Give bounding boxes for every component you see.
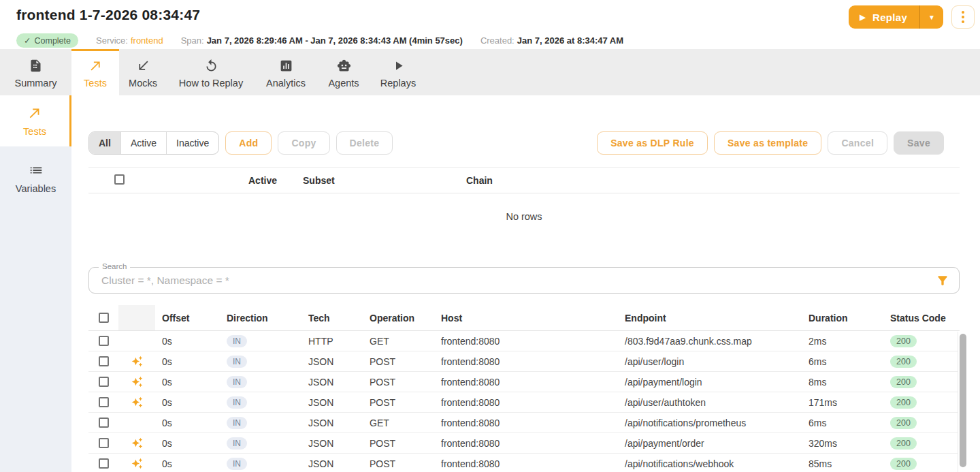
direction-badge: IN xyxy=(227,376,247,388)
add-button[interactable]: Add xyxy=(225,131,272,155)
tab-how-to-replay[interactable]: How to Replay xyxy=(167,49,255,95)
row-cell-direction: IN xyxy=(220,437,301,450)
controls-row: All Active Inactive Add Copy Delete Save… xyxy=(88,131,960,155)
delete-button[interactable]: Delete xyxy=(336,131,393,155)
row-checkbox[interactable] xyxy=(99,336,109,346)
traffic-table-row[interactable]: 0sINJSONPOSTfrontend:8080/api/user/login… xyxy=(88,351,960,372)
row-cell-operation: POST xyxy=(363,397,434,408)
column-header-host: Host xyxy=(434,313,618,324)
more-options-button[interactable] xyxy=(951,5,975,29)
direction-badge: IN xyxy=(227,417,247,429)
row-cell-status-code: 200 xyxy=(883,396,960,409)
save-as-dlp-rule-button[interactable]: Save as DLP Rule xyxy=(597,131,708,155)
row-cell-host: frontend:8080 xyxy=(434,377,618,388)
column-header-active: Active xyxy=(248,175,303,186)
column-header-direction: Direction xyxy=(220,313,301,324)
row-cell-duration: 2ms xyxy=(802,336,883,347)
traffic-table-row[interactable]: 0sINJSONPOSTfrontend:8080/api/payment/or… xyxy=(88,433,960,454)
segment-all[interactable]: All xyxy=(89,132,121,154)
row-checkbox[interactable] xyxy=(99,397,109,407)
row-cell-checkbox xyxy=(88,356,118,366)
row-cell-endpoint: /803.f9d47aa9.chunk.css.map xyxy=(618,336,802,347)
kebab-dot xyxy=(962,16,964,18)
row-cell-duration: 8ms xyxy=(802,377,883,388)
row-cell-operation: GET xyxy=(363,418,434,428)
row-cell-direction: IN xyxy=(220,458,301,470)
row-cell-icon xyxy=(118,413,155,432)
traffic-table-row[interactable]: 0sINJSONPOSTfrontend:8080/api/user/autht… xyxy=(88,392,960,413)
vertical-scrollbar[interactable] xyxy=(958,332,968,472)
column-header-operation: Operation xyxy=(363,313,434,324)
traffic-table-header: Offset Direction Tech Operation Host End… xyxy=(88,305,960,331)
direction-badge: IN xyxy=(227,356,247,368)
row-cell-status-code: 200 xyxy=(883,458,960,470)
row-cell-status-code: 200 xyxy=(883,335,960,347)
segment-active[interactable]: Active xyxy=(121,132,167,154)
status-code-badge: 200 xyxy=(890,376,917,388)
service-meta: Service:frontend xyxy=(96,35,163,46)
cancel-button[interactable]: Cancel xyxy=(828,131,887,155)
row-cell-checkbox xyxy=(88,397,118,407)
right-button-group: Save as DLP Rule Save as template Cancel… xyxy=(597,131,944,155)
row-cell-offset: 0s xyxy=(155,418,220,428)
row-cell-icon xyxy=(118,392,155,412)
row-cell-offset: 0s xyxy=(155,397,220,408)
traffic-table-row[interactable]: 0sINJSONPOSTfrontend:8080/api/notificati… xyxy=(88,454,960,472)
summary-file-icon xyxy=(29,59,43,73)
row-cell-duration: 85ms xyxy=(802,458,883,469)
search-input[interactable] xyxy=(97,268,907,292)
tab-replays[interactable]: Replays xyxy=(371,49,425,95)
traffic-table-row[interactable]: 0sINHTTPGETfrontend:8080/803.f9d47aa9.ch… xyxy=(88,331,960,351)
row-cell-tech: JSON xyxy=(301,356,363,367)
row-cell-direction: IN xyxy=(220,417,301,429)
sidebar-item-tests[interactable]: Tests xyxy=(0,95,71,146)
sparkles-icon xyxy=(131,356,143,367)
tab-tests[interactable]: Tests xyxy=(71,49,119,95)
service-name-link[interactable]: frontend xyxy=(131,35,163,46)
save-as-template-button[interactable]: Save as template xyxy=(714,131,821,155)
row-cell-operation: POST xyxy=(363,438,434,449)
row-checkbox[interactable] xyxy=(99,377,109,387)
header-cell-checkbox xyxy=(88,174,248,187)
status-code-badge: 200 xyxy=(890,396,917,409)
row-cell-tech: HTTP xyxy=(301,336,363,347)
scrollbar-thumb[interactable] xyxy=(960,334,966,467)
direction-badge: IN xyxy=(227,335,247,347)
row-checkbox[interactable] xyxy=(99,438,109,448)
row-cell-endpoint: /api/payment/login xyxy=(618,377,802,388)
save-button[interactable]: Save xyxy=(894,131,944,155)
row-cell-status-code: 200 xyxy=(883,356,960,368)
copy-button[interactable]: Copy xyxy=(278,131,329,155)
row-cell-host: frontend:8080 xyxy=(434,438,618,449)
row-cell-tech: JSON xyxy=(301,438,363,449)
row-cell-status-code: 200 xyxy=(883,417,960,429)
row-cell-operation: GET xyxy=(363,336,434,347)
replay-button[interactable]: ▶ Replay ▼ xyxy=(849,5,943,29)
tab-agents[interactable]: Agents xyxy=(316,49,371,95)
row-cell-offset: 0s xyxy=(155,336,220,347)
row-checkbox[interactable] xyxy=(99,458,109,469)
row-cell-endpoint: /api/payment/order xyxy=(618,438,802,449)
header-cell-icon xyxy=(118,305,155,330)
segment-inactive[interactable]: Inactive xyxy=(167,132,218,154)
tab-analytics[interactable]: Analytics xyxy=(255,49,316,95)
filter-funnel-icon[interactable] xyxy=(936,274,949,287)
select-all-checkbox[interactable] xyxy=(99,313,109,323)
row-checkbox[interactable] xyxy=(99,356,109,366)
status-code-badge: 200 xyxy=(890,356,917,368)
replay-dropdown-button[interactable]: ▼ xyxy=(920,5,943,29)
caret-down-icon: ▼ xyxy=(928,14,935,21)
arrow-north-east-icon xyxy=(27,106,42,121)
span-meta: Span:Jan 7, 2026 8:29:46 AM - Jan 7, 202… xyxy=(181,35,463,46)
replay-button-label: Replay xyxy=(872,12,907,23)
traffic-table-row[interactable]: 0sINJSONGETfrontend:8080/api/notificatio… xyxy=(88,413,960,433)
traffic-table-row[interactable]: 0sINJSONPOSTfrontend:8080/api/payment/lo… xyxy=(88,372,960,392)
sidebar-item-variables[interactable]: Variables xyxy=(0,146,71,204)
select-all-checkbox[interactable] xyxy=(114,174,125,185)
tab-summary[interactable]: Summary xyxy=(0,49,71,95)
arrow-south-west-icon xyxy=(136,59,150,73)
row-cell-checkbox xyxy=(88,438,118,448)
row-cell-icon xyxy=(118,454,155,472)
tab-mocks[interactable]: Mocks xyxy=(119,49,167,95)
row-checkbox[interactable] xyxy=(99,418,109,428)
